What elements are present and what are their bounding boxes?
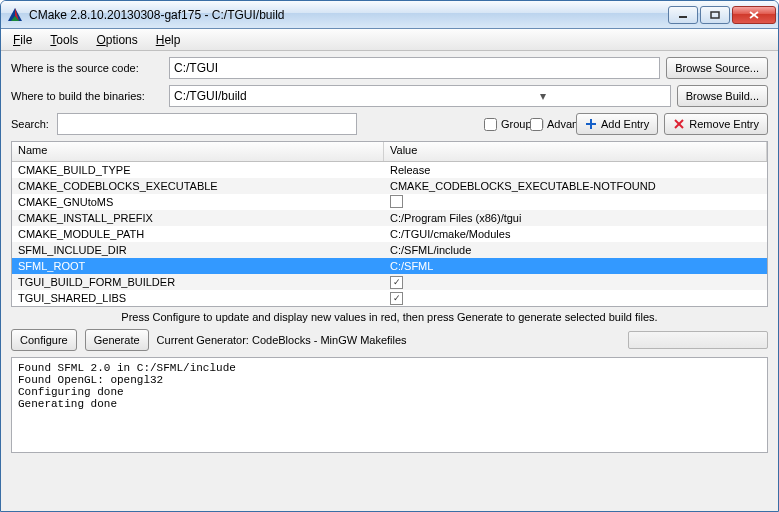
app-icon (7, 7, 23, 23)
cache-table: Name Value CMAKE_BUILD_TYPEReleaseCMAKE_… (11, 141, 768, 307)
build-label: Where to build the binaries: (11, 90, 163, 102)
menu-tools[interactable]: Tools (42, 31, 86, 49)
menubar: File Tools Options Help (1, 29, 778, 51)
titlebar[interactable]: CMake 2.8.10.20130308-gaf175 - C:/TGUI/b… (1, 1, 778, 29)
svg-rect-4 (711, 12, 719, 18)
current-generator: Current Generator: CodeBlocks - MinGW Ma… (157, 334, 407, 346)
hint-text: Press Configure to update and display ne… (11, 311, 768, 323)
svg-rect-8 (586, 123, 596, 125)
table-row[interactable]: TGUI_BUILD_FORM_BUILDER✓ (12, 274, 767, 290)
cell-value[interactable]: C:/TGUI/cmake/Modules (384, 228, 767, 240)
build-value: C:/TGUI/build (174, 89, 420, 103)
menu-file[interactable]: File (5, 31, 40, 49)
generate-button[interactable]: Generate (85, 329, 149, 351)
progress-bar (628, 331, 768, 349)
maximize-button[interactable] (700, 6, 730, 24)
source-label: Where is the source code: (11, 62, 163, 74)
cell-value[interactable]: Release (384, 164, 767, 176)
cell-name: CMAKE_GNUtoMS (12, 196, 384, 208)
table-row[interactable]: CMAKE_GNUtoMS (12, 194, 767, 210)
cell-value[interactable]: C:/Program Files (x86)/tgui (384, 212, 767, 224)
column-value[interactable]: Value (384, 142, 767, 161)
window-title: CMake 2.8.10.20130308-gaf175 - C:/TGUI/b… (29, 8, 668, 22)
add-entry-button[interactable]: Add Entry (576, 113, 658, 135)
build-combo[interactable]: C:/TGUI/build ▾ (169, 85, 671, 107)
browse-build-button[interactable]: Browse Build... (677, 85, 768, 107)
table-row[interactable]: SFML_ROOTC:/SFML (12, 258, 767, 274)
cell-name: TGUI_SHARED_LIBS (12, 292, 384, 304)
svg-rect-3 (679, 16, 687, 18)
cell-value[interactable]: ✓ (384, 275, 767, 289)
table-row[interactable]: SFML_INCLUDE_DIRC:/SFML/include (12, 242, 767, 258)
grouped-checkbox[interactable]: Grouped (484, 118, 524, 131)
cell-name: SFML_INCLUDE_DIR (12, 244, 384, 256)
checkbox-icon[interactable]: ✓ (390, 276, 403, 289)
menu-options[interactable]: Options (88, 31, 145, 49)
configure-button[interactable]: Configure (11, 329, 77, 351)
column-name[interactable]: Name (12, 142, 384, 161)
menu-help[interactable]: Help (148, 31, 189, 49)
output-log[interactable]: Found SFML 2.0 in C:/SFML/include Found … (11, 357, 768, 453)
search-input[interactable] (57, 113, 357, 135)
cmake-window: CMake 2.8.10.20130308-gaf175 - C:/TGUI/b… (0, 0, 779, 512)
cell-name: CMAKE_BUILD_TYPE (12, 164, 384, 176)
advanced-checkbox[interactable]: Advanced (530, 118, 570, 131)
cell-name: CMAKE_MODULE_PATH (12, 228, 384, 240)
remove-entry-button[interactable]: Remove Entry (664, 113, 768, 135)
minimize-button[interactable] (668, 6, 698, 24)
table-row[interactable]: CMAKE_INSTALL_PREFIXC:/Program Files (x8… (12, 210, 767, 226)
table-row[interactable]: CMAKE_CODEBLOCKS_EXECUTABLECMAKE_CODEBLO… (12, 178, 767, 194)
cell-value[interactable]: CMAKE_CODEBLOCKS_EXECUTABLE-NOTFOUND (384, 180, 767, 192)
checkbox-icon[interactable] (390, 195, 403, 208)
close-button[interactable] (732, 6, 776, 24)
plus-icon (585, 118, 597, 130)
remove-icon (673, 118, 685, 130)
cell-name: TGUI_BUILD_FORM_BUILDER (12, 276, 384, 288)
cell-value[interactable]: C:/SFML (384, 260, 767, 272)
cell-value[interactable]: C:/SFML/include (384, 244, 767, 256)
table-row[interactable]: CMAKE_MODULE_PATHC:/TGUI/cmake/Modules (12, 226, 767, 242)
cell-value[interactable] (384, 195, 767, 210)
cell-value[interactable]: ✓ (384, 291, 767, 305)
browse-source-button[interactable]: Browse Source... (666, 57, 768, 79)
cell-name: CMAKE_INSTALL_PREFIX (12, 212, 384, 224)
search-label: Search: (11, 118, 51, 130)
cell-name: SFML_ROOT (12, 260, 384, 272)
chevron-down-icon: ▾ (420, 89, 666, 103)
checkbox-icon[interactable]: ✓ (390, 292, 403, 305)
table-row[interactable]: TGUI_SHARED_LIBS✓ (12, 290, 767, 306)
table-row[interactable]: CMAKE_BUILD_TYPERelease (12, 162, 767, 178)
cell-name: CMAKE_CODEBLOCKS_EXECUTABLE (12, 180, 384, 192)
source-input[interactable] (169, 57, 660, 79)
